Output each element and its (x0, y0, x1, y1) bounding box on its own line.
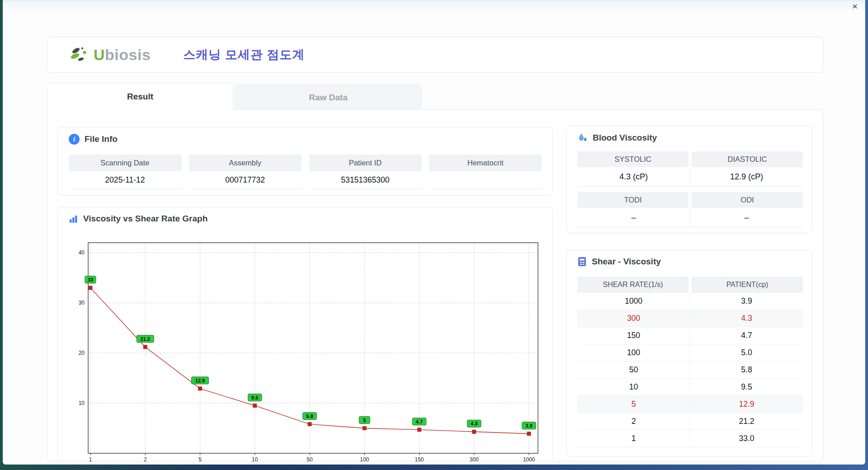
file-info-fields: Scanning Date2025-11-12Assembly000717732… (69, 155, 542, 189)
svg-text:4.3: 4.3 (471, 421, 477, 426)
shear-rate-cell: 50 (577, 362, 690, 378)
svg-text:5: 5 (363, 418, 366, 423)
patient-value-cell: 3.9 (690, 293, 803, 310)
svg-text:5.8: 5.8 (306, 414, 313, 419)
droplets-icon (577, 132, 588, 143)
blood-header-cell: ODI (692, 192, 803, 208)
svg-text:3.9: 3.9 (525, 423, 532, 428)
blood-viscosity-header: Blood Viscosity (577, 132, 657, 143)
app-window: × Ubiosis 스캐닝 모세관 점도계 Result Raw Data (3, 0, 865, 465)
info-icon: i (69, 134, 80, 145)
file-info-field: Assembly000717732 (189, 155, 302, 189)
svg-text:1000: 1000 (523, 456, 535, 463)
file-info-title: File Info (85, 134, 118, 144)
calculator-icon (577, 257, 587, 267)
blood-header-row: SYSTOLICDIASTOLIC (577, 151, 803, 167)
file-info-field: Patient ID53151365300 (309, 155, 422, 189)
tab-result[interactable]: Result (47, 83, 233, 110)
blood-value-row: –– (577, 208, 803, 227)
shear-rate-cell: 2 (577, 413, 690, 430)
svg-text:150: 150 (415, 456, 424, 463)
bar-chart-icon (69, 214, 78, 224)
svg-text:100: 100 (360, 456, 369, 463)
blood-viscosity-table: SYSTOLICDIASTOLIC4.3 (cP)12.9 (cP)TODIOD… (577, 151, 803, 227)
field-label: Hematocrit (429, 155, 542, 171)
close-icon[interactable]: × (849, 1, 860, 12)
tab-raw-data-label: Raw Data (309, 93, 348, 103)
shear-viscosity-card: Shear - Viscosity SHEAR RATE(1/s)PATIENT… (566, 250, 812, 456)
patient-value-cell: 5.0 (690, 344, 803, 361)
blood-header-cell: SYSTOLIC (577, 151, 689, 167)
shear-rate-cell: 300 (577, 310, 690, 327)
logo-letter-u: U (94, 46, 105, 63)
patient-value-cell: 21.2 (690, 413, 803, 430)
svg-text:12.9: 12.9 (195, 378, 205, 383)
leaf-icon (69, 46, 90, 64)
result-panel: i File Info Scanning Date2025-11-12Assem… (47, 109, 823, 461)
file-info-header: i File Info (69, 134, 118, 145)
svg-text:9.5: 9.5 (251, 395, 258, 400)
table-row: 109.5 (577, 379, 803, 396)
desktop-background: × Ubiosis 스캐닝 모세관 점도계 Result Raw Data (0, 0, 868, 470)
patient-value-cell: 33.0 (690, 430, 803, 447)
shear-viscosity-title: Shear - Viscosity (592, 257, 661, 267)
patient-value-cell: 12.9 (690, 396, 803, 413)
file-info-field: Hematocrit (429, 155, 542, 189)
shear-column-header: PATIENT(cp) (692, 277, 803, 293)
table-row: 133.0 (577, 430, 803, 447)
file-info-field: Scanning Date2025-11-12 (69, 155, 181, 189)
field-value: 2025-11-12 (69, 171, 181, 189)
table-row: 221.2 (577, 413, 803, 430)
svg-text:4.7: 4.7 (416, 419, 423, 424)
field-value: 000717732 (189, 171, 302, 189)
shear-viscosity-header: Shear - Viscosity (577, 257, 661, 267)
svg-text:1: 1 (89, 456, 92, 463)
viscosity-chart: 10203040125105010015030010003321.212.99.… (59, 234, 542, 469)
svg-text:30: 30 (79, 300, 85, 306)
field-value: 53151365300 (309, 171, 422, 189)
graph-title: Viscosity vs Shear Rate Graph (83, 214, 208, 224)
svg-text:50: 50 (307, 456, 313, 463)
table-row: 10003.9 (577, 293, 803, 310)
blood-header-cell: TODI (577, 192, 689, 208)
svg-text:40: 40 (79, 249, 85, 256)
table-row: 512.9 (577, 396, 803, 413)
shear-rate-cell: 150 (577, 327, 690, 344)
graph-header: Viscosity vs Shear Rate Graph (69, 214, 208, 224)
blood-value-cell: 4.3 (cP) (577, 167, 690, 187)
shear-viscosity-table: SHEAR RATE(1/s)PATIENT(cp) 10003.93004.3… (577, 277, 803, 447)
graph-card: Viscosity vs Shear Rate Graph 1020304012… (57, 207, 553, 461)
table-row: 505.8 (577, 362, 803, 379)
blood-viscosity-title: Blood Viscosity (593, 133, 657, 143)
shear-rate-cell: 10 (577, 379, 690, 395)
blood-viscosity-card: Blood Viscosity SYSTOLICDIASTOLIC4.3 (cP… (566, 126, 812, 233)
blood-value-cell: – (690, 208, 803, 227)
svg-text:10: 10 (79, 400, 85, 406)
svg-text:33: 33 (88, 277, 93, 282)
shear-rate-cell: 1 (577, 430, 690, 447)
table-row: 1005.0 (577, 344, 803, 362)
shear-rate-cell: 1000 (577, 293, 690, 310)
header-card: Ubiosis 스캐닝 모세관 점도계 (47, 37, 823, 73)
page-title: 스캐닝 모세관 점도계 (183, 47, 305, 63)
patient-value-cell: 4.7 (690, 327, 803, 344)
blood-value-cell: – (577, 208, 690, 227)
tab-result-label: Result (127, 92, 153, 102)
blood-value-row: 4.3 (cP)12.9 (cP) (577, 167, 803, 187)
svg-text:2: 2 (144, 456, 147, 463)
shear-rate-cell: 5 (577, 396, 690, 413)
blood-value-cell: 12.9 (cP) (690, 167, 803, 187)
tab-raw-data[interactable]: Raw Data (235, 85, 421, 110)
file-info-card: i File Info Scanning Date2025-11-12Assem… (57, 127, 553, 196)
field-label: Scanning Date (69, 155, 181, 171)
window-titlebar: × (3, 0, 865, 12)
blood-header-cell: DIASTOLIC (692, 151, 803, 167)
svg-text:5: 5 (198, 456, 202, 463)
table-row: 1504.7 (577, 327, 803, 344)
shear-table-header-row: SHEAR RATE(1/s)PATIENT(cp) (577, 277, 803, 293)
patient-value-cell: 9.5 (690, 379, 803, 395)
svg-text:20: 20 (79, 350, 85, 356)
field-value (429, 171, 542, 189)
svg-text:10: 10 (252, 456, 258, 463)
svg-text:21.2: 21.2 (141, 336, 150, 342)
